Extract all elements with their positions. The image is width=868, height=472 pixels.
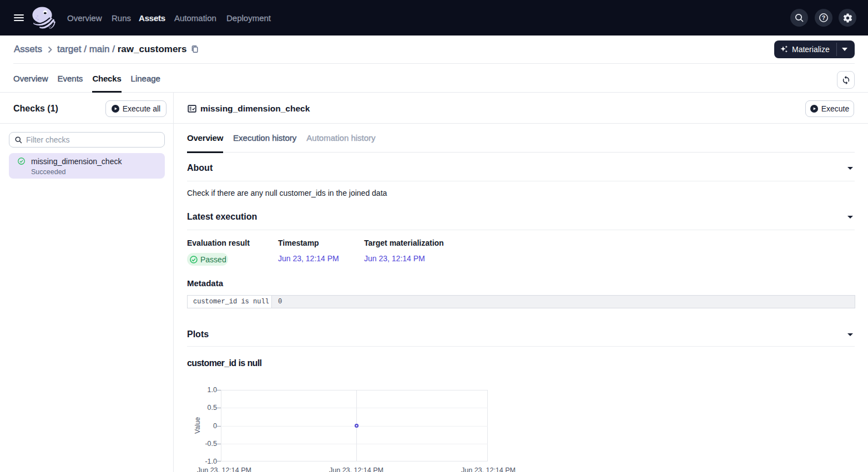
svg-text:?: ?: [822, 14, 825, 21]
